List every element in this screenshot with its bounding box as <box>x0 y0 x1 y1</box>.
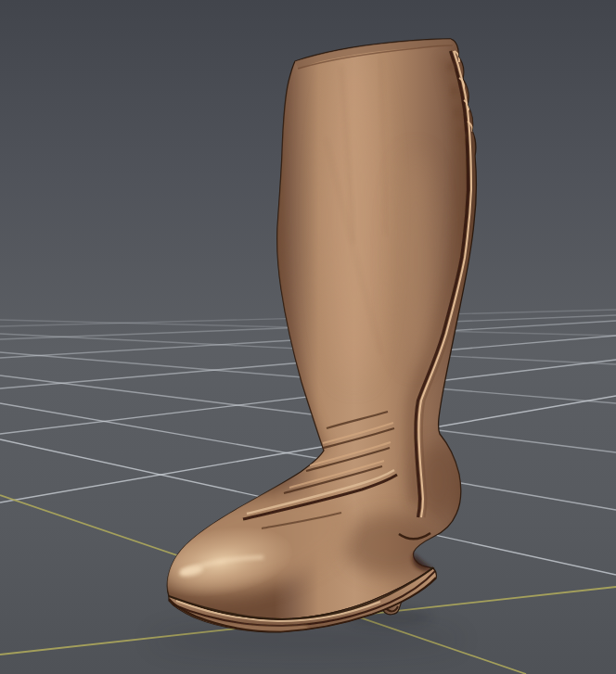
boot-shaft-body <box>144 39 476 619</box>
shaft-sheen <box>327 56 382 380</box>
scene-canvas[interactable] <box>0 0 616 674</box>
viewport[interactable] <box>0 0 616 674</box>
calf-sheen <box>397 153 434 366</box>
